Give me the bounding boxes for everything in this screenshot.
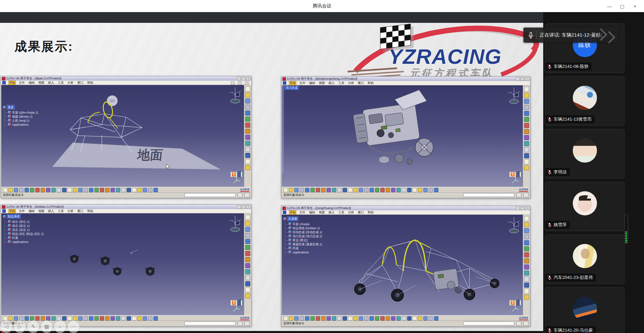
menu-item[interactable]: 分析 (348, 211, 354, 214)
iso-view-icon[interactable] (137, 316, 142, 321)
status-button[interactable] (238, 193, 243, 197)
fly-mode-icon[interactable] (375, 188, 379, 192)
status-button[interactable] (523, 321, 528, 326)
tree-item[interactable]: 后左 (后左.1) (8, 228, 44, 232)
menu-item[interactable]: 编辑 (309, 211, 315, 214)
menu-item[interactable]: 分析 (67, 81, 74, 85)
sidebar-scroll-indicator[interactable] (624, 214, 628, 244)
fit-all-icon[interactable] (100, 188, 104, 192)
rotate-icon[interactable] (111, 188, 115, 192)
catia-close-button[interactable]: × (525, 207, 529, 210)
menu-item[interactable]: 工具 (57, 81, 64, 85)
fly-mode-icon[interactable] (375, 316, 379, 321)
menu-item[interactable]: 帮助 (367, 211, 374, 214)
status-button[interactable] (516, 193, 521, 197)
calculator-icon[interactable] (353, 188, 358, 192)
close-button[interactable]: × (629, 1, 641, 11)
whats-this-icon[interactable] (57, 188, 61, 192)
constraint-icon[interactable] (245, 257, 250, 262)
fly-mode-icon[interactable] (94, 316, 99, 321)
assembly-node-icon[interactable] (245, 245, 250, 250)
command-field[interactable] (463, 193, 514, 197)
iso-view-icon[interactable] (418, 316, 422, 321)
participant-tile[interactable]: 车辆2141-13黄雪亮 (545, 76, 625, 126)
catia-restore-button[interactable]: □ (520, 77, 524, 81)
open-file-icon[interactable] (8, 316, 13, 321)
chat-annotation-icon[interactable] (68, 188, 72, 192)
part-body-icon[interactable] (245, 239, 250, 244)
cut-icon[interactable] (305, 316, 309, 321)
command-field[interactable] (184, 322, 235, 325)
select-arrow-icon[interactable] (245, 215, 250, 220)
multi-view-icon[interactable] (413, 316, 417, 321)
menu-item[interactable]: 文件 (299, 211, 306, 214)
new-file-icon[interactable] (284, 316, 288, 321)
shaded-view-icon[interactable] (143, 188, 147, 192)
wireframe-view-icon[interactable] (429, 316, 433, 321)
print-icon[interactable] (19, 316, 24, 321)
menu-item[interactable]: 开始 (9, 81, 15, 85)
look-at-icon[interactable] (524, 93, 529, 98)
menu-item[interactable]: 窗口 (77, 209, 84, 213)
paste-icon[interactable] (316, 188, 320, 192)
menu-item[interactable]: 视图 (318, 211, 325, 214)
section-view-icon[interactable] (524, 270, 529, 276)
redo-icon[interactable] (46, 316, 50, 321)
menu-item[interactable]: 工具 (338, 211, 345, 214)
formula-fx-icon[interactable] (343, 188, 347, 192)
kill-command-icon[interactable] (245, 165, 250, 170)
menu-item[interactable]: 文件 (18, 209, 25, 213)
menu-item[interactable]: 开始 (9, 209, 15, 213)
catia-minimize-button[interactable]: – (516, 77, 520, 81)
mdi-minimize-button[interactable]: – (231, 81, 235, 85)
assembly-node-icon[interactable] (245, 117, 250, 122)
save-icon[interactable] (14, 316, 18, 321)
section-view-icon[interactable] (524, 141, 529, 146)
menu-item[interactable]: 开始 (289, 81, 296, 85)
open-file-icon[interactable] (289, 316, 293, 321)
tree-item[interactable]: 前左 (前左.1) (8, 224, 44, 228)
constraint-icon[interactable] (524, 258, 529, 263)
help-icon[interactable] (332, 188, 336, 192)
zoom-out-icon[interactable] (402, 188, 406, 192)
menu-item[interactable]: 工具 (57, 209, 64, 213)
menu-item[interactable]: 帮助 (367, 81, 374, 85)
measure-item-icon[interactable] (245, 135, 250, 140)
catalog-icon[interactable] (245, 227, 250, 232)
menu-item[interactable]: 插入 (328, 81, 335, 85)
knowledge-icon[interactable] (89, 188, 93, 192)
knowledge-icon[interactable] (370, 188, 374, 192)
copy-icon[interactable] (30, 316, 34, 321)
shaded-view-icon[interactable] (423, 316, 428, 321)
redo-icon[interactable] (46, 188, 50, 192)
redo-icon[interactable] (327, 316, 331, 321)
cut-icon[interactable] (305, 188, 309, 192)
part-body-icon[interactable] (245, 111, 250, 116)
menu-item[interactable]: 视图 (318, 81, 325, 85)
look-at-icon[interactable] (245, 92, 250, 97)
fit-all-icon[interactable] (100, 316, 104, 321)
pan-icon[interactable] (386, 188, 390, 192)
catalog-icon[interactable] (245, 98, 250, 103)
formula-fx-icon[interactable] (343, 316, 347, 321)
status-button[interactable] (245, 321, 250, 326)
multi-view-icon[interactable] (132, 316, 136, 321)
mdi-restore-button[interactable]: □ (238, 81, 242, 85)
catia-minimize-button[interactable]: – (516, 207, 520, 210)
iso-view-icon[interactable] (137, 188, 142, 192)
swap-visible-icon[interactable] (524, 277, 529, 282)
catia-close-button[interactable]: × (525, 77, 529, 81)
open-file-icon[interactable] (8, 188, 13, 192)
render-style-icon[interactable] (524, 234, 529, 239)
menu-item[interactable]: 分析 (348, 81, 354, 85)
rotate-icon[interactable] (391, 316, 395, 321)
select-arrow-icon[interactable] (245, 86, 250, 91)
hide-show-icon[interactable] (245, 153, 250, 158)
light-bulb-icon[interactable] (245, 287, 250, 292)
render-style-icon[interactable] (524, 105, 529, 110)
formula-fx-icon[interactable] (62, 316, 67, 321)
menu-item[interactable]: 窗口 (357, 81, 364, 85)
save-icon[interactable] (294, 316, 299, 321)
menu-item[interactable]: 文件 (299, 81, 306, 85)
zoom-in-icon[interactable] (396, 316, 401, 321)
